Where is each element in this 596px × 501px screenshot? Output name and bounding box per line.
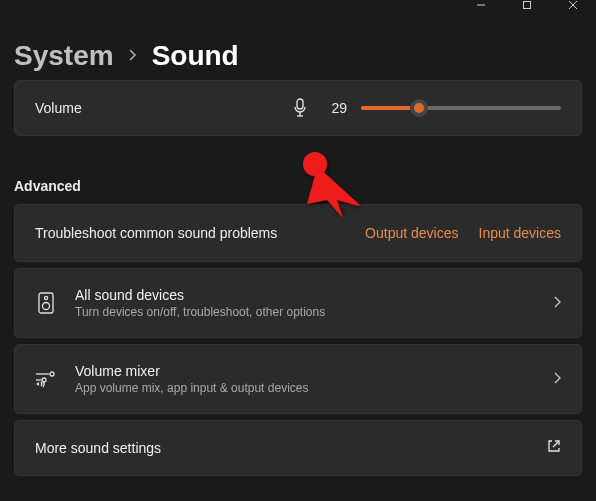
section-header-advanced: Advanced: [14, 142, 582, 204]
all-devices-sub: Turn devices on/off, troubleshoot, other…: [75, 305, 535, 319]
close-button[interactable]: [550, 0, 596, 14]
mixer-sub: App volume mix, app input & output devic…: [75, 381, 535, 395]
troubleshoot-label: Troubleshoot common sound problems: [35, 225, 345, 241]
breadcrumb-parent[interactable]: System: [14, 40, 114, 72]
chevron-right-icon: [128, 48, 138, 65]
window-controls: [458, 0, 596, 14]
volume-slider[interactable]: [361, 106, 561, 110]
volume-label: Volume: [35, 100, 277, 116]
troubleshoot-card: Troubleshoot common sound problems Outpu…: [14, 204, 582, 262]
svg-point-11: [50, 372, 54, 376]
slider-thumb[interactable]: [410, 99, 428, 117]
output-devices-link[interactable]: Output devices: [365, 225, 458, 241]
all-sound-devices-row[interactable]: All sound devices Turn devices on/off, t…: [14, 268, 582, 338]
more-title: More sound settings: [35, 440, 529, 456]
svg-rect-1: [524, 2, 531, 9]
input-devices-link[interactable]: Input devices: [479, 225, 562, 241]
all-devices-title: All sound devices: [75, 287, 535, 303]
open-external-icon: [547, 439, 561, 457]
svg-point-8: [44, 296, 47, 299]
more-sound-settings-row[interactable]: More sound settings: [14, 420, 582, 476]
chevron-right-icon: [553, 372, 561, 387]
microphone-icon[interactable]: [291, 99, 309, 117]
mixer-icon: [35, 370, 57, 388]
speaker-icon: [35, 292, 57, 314]
volume-mixer-row[interactable]: Volume mixer App volume mix, app input &…: [14, 344, 582, 414]
chevron-right-icon: [553, 296, 561, 311]
minimize-button[interactable]: [458, 0, 504, 14]
maximize-button[interactable]: [504, 0, 550, 14]
volume-value: 29: [323, 100, 347, 116]
svg-line-14: [553, 441, 559, 447]
breadcrumb-current: Sound: [152, 40, 239, 72]
volume-card: Volume 29: [14, 80, 582, 136]
mixer-title: Volume mixer: [75, 363, 535, 379]
svg-point-9: [43, 303, 50, 310]
svg-rect-4: [297, 99, 303, 109]
